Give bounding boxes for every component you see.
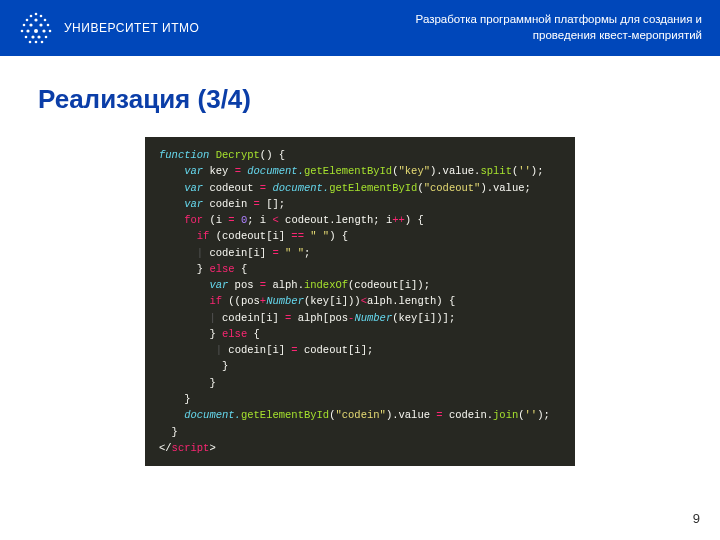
svg-point-20 — [35, 41, 38, 44]
svg-point-9 — [47, 24, 50, 27]
university-logo: УНИВЕРСИТЕТ ИТМО — [18, 10, 199, 46]
svg-point-4 — [34, 18, 37, 21]
svg-point-19 — [29, 41, 32, 44]
svg-point-18 — [45, 36, 48, 39]
svg-point-6 — [23, 24, 26, 27]
university-name: УНИВЕРСИТЕТ ИТМО — [64, 21, 199, 35]
svg-point-0 — [35, 13, 38, 16]
svg-point-7 — [29, 23, 32, 26]
svg-point-2 — [40, 15, 43, 18]
svg-point-16 — [31, 35, 34, 38]
itmo-logo-icon — [18, 10, 54, 46]
slide-header: УНИВЕРСИТЕТ ИТМО Разработка программной … — [0, 0, 720, 56]
svg-point-13 — [42, 29, 45, 32]
slide-title: Реализация (3/4) — [0, 56, 720, 115]
code-snippet: function Decrypt() { var key = document.… — [145, 137, 575, 466]
svg-point-17 — [37, 35, 40, 38]
svg-point-8 — [39, 23, 42, 26]
svg-point-3 — [26, 19, 29, 22]
svg-point-12 — [34, 29, 38, 33]
svg-point-11 — [26, 29, 29, 32]
svg-point-5 — [44, 19, 47, 22]
project-description: Разработка программной платформы для соз… — [416, 12, 702, 43]
svg-point-21 — [41, 41, 44, 44]
page-number: 9 — [693, 511, 700, 526]
svg-point-14 — [49, 30, 52, 33]
svg-point-15 — [25, 36, 28, 39]
svg-point-1 — [30, 15, 33, 18]
svg-point-10 — [21, 30, 24, 33]
